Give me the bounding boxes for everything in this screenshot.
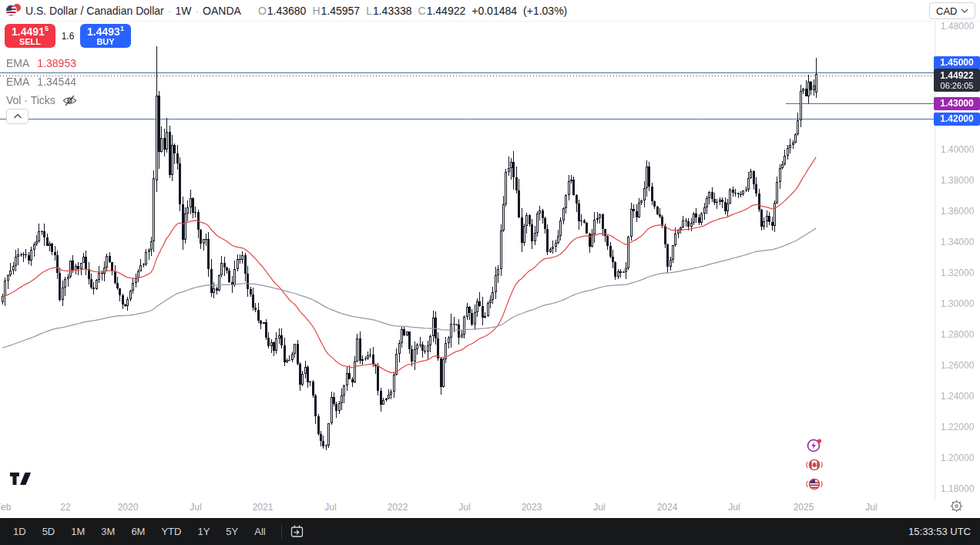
price-tick: 1.26000: [941, 360, 974, 371]
tradingview-logo[interactable]: [9, 471, 32, 490]
price-change: +0.01484: [472, 5, 517, 17]
axis-settings-gear-icon[interactable]: [950, 500, 964, 513]
time-tick: Jul: [190, 502, 201, 513]
price-tick: 1.48000: [941, 21, 974, 32]
trade-widget: 1.44915 SELL 1.6 1.44931 BUY: [5, 24, 131, 48]
clock-utc[interactable]: 15:33:53 UTC: [908, 518, 971, 545]
ohlc-readout: O1.43680 H1.45957 L1.43338 C1.44922 +0.0…: [252, 5, 567, 17]
time-axis[interactable]: Feb222020Jul2021Jul2022Jul2023Jul2024Jul…: [0, 500, 935, 515]
range-button-all[interactable]: All: [252, 524, 267, 539]
price-tick: 1.38000: [941, 175, 974, 186]
chevron-down-icon: [961, 8, 968, 13]
time-tick: 22: [60, 502, 70, 513]
price-axis[interactable]: 1.480001.400001.380001.360001.340001.320…: [935, 22, 980, 500]
price-label-alert-145[interactable]: 1.45000: [934, 56, 980, 69]
buy-button[interactable]: 1.44931 BUY: [80, 24, 131, 48]
price-chart-canvas[interactable]: [0, 22, 935, 500]
range-button-1y[interactable]: 1Y: [195, 524, 212, 539]
event-badges: [806, 437, 823, 495]
chart-header: U.S. Dollar / Canadian Dollar·1W·OANDA O…: [0, 0, 980, 22]
price-label-alert-142[interactable]: 1.42000: [934, 113, 980, 126]
canada-event-icon[interactable]: [806, 456, 823, 473]
price-change-pct: (+1.03%): [523, 5, 567, 17]
price-tick: 1.40000: [941, 144, 974, 155]
toolbar-divider: [281, 525, 282, 539]
symbol-title[interactable]: U.S. Dollar / Canadian Dollar·1W·OANDA: [25, 5, 241, 17]
ema-fast-value: 1.38953: [37, 57, 76, 69]
time-tick: 2024: [657, 502, 678, 513]
sell-button[interactable]: 1.44915 SELL: [5, 24, 55, 48]
currency-dropdown[interactable]: CAD: [929, 2, 975, 19]
time-tick: 2021: [253, 502, 274, 513]
exchange-label: OANDA: [203, 5, 241, 17]
price-tick: 1.28000: [941, 329, 974, 340]
calendar-icon: [290, 524, 304, 539]
range-button-1d[interactable]: 1D: [11, 524, 29, 539]
price-tick: 1.32000: [941, 267, 974, 278]
price-label-alert-143[interactable]: 1.43000: [934, 97, 980, 110]
range-button-3m[interactable]: 3M: [99, 524, 117, 539]
range-button-5y[interactable]: 5Y: [223, 524, 240, 539]
time-tick: Jul: [593, 502, 605, 513]
price-tick: 1.20000: [941, 452, 974, 463]
chevron-up-icon: [13, 113, 22, 119]
price-tick: 1.36000: [941, 206, 974, 217]
ema-slow-row[interactable]: EMA 1.34544: [6, 72, 77, 91]
collapse-legend-button[interactable]: [6, 109, 29, 124]
symbol-pair-flags-icon: [5, 3, 22, 18]
time-tick: Jul: [458, 502, 470, 513]
interval-label: 1W: [175, 5, 191, 17]
ema-slow-value: 1.34544: [37, 76, 76, 88]
price-tick: 1.30000: [941, 298, 974, 309]
price-label-current-price[interactable]: 1.4492206:26:05: [934, 69, 980, 92]
bottom-toolbar: 1D5D1M3M6MYTD1Y5YAll 15:33:53 UTC: [0, 518, 980, 545]
indicator-legend: EMA 1.38953 EMA 1.34544 Vol · Ticks: [6, 54, 77, 109]
economic-events-icon[interactable]: [806, 437, 823, 454]
time-tick: Feb: [0, 502, 11, 513]
price-tick: 1.24000: [941, 391, 974, 402]
price-tick: 1.34000: [941, 237, 974, 247]
time-tick: Jul: [865, 502, 877, 513]
price-tick: 1.18000: [941, 483, 974, 494]
us-event-icon[interactable]: [806, 476, 823, 493]
time-tick: 2025: [794, 502, 814, 513]
time-tick: 2023: [522, 502, 542, 513]
us-flag-icon: [5, 5, 17, 16]
time-tick: Jul: [728, 502, 740, 513]
go-to-date-button[interactable]: [290, 524, 304, 539]
range-button-ytd[interactable]: YTD: [159, 524, 183, 539]
volume-row[interactable]: Vol · Ticks: [6, 91, 77, 109]
range-button-1m[interactable]: 1M: [69, 524, 87, 539]
eye-off-icon: [62, 94, 77, 107]
range-button-5d[interactable]: 5D: [40, 524, 58, 539]
ema-fast-row[interactable]: EMA 1.38953: [6, 54, 77, 72]
time-tick: 2020: [118, 502, 139, 513]
tradingview-chart-app: U.S. Dollar / Canadian Dollar·1W·OANDA O…: [0, 0, 980, 545]
time-tick: Jul: [324, 502, 336, 513]
time-tick: 2022: [388, 502, 408, 513]
volume-visibility-toggle[interactable]: [62, 94, 77, 107]
spread-value: 1.6: [55, 31, 80, 42]
price-tick: 1.22000: [941, 422, 974, 432]
range-button-6m[interactable]: 6M: [129, 524, 147, 539]
